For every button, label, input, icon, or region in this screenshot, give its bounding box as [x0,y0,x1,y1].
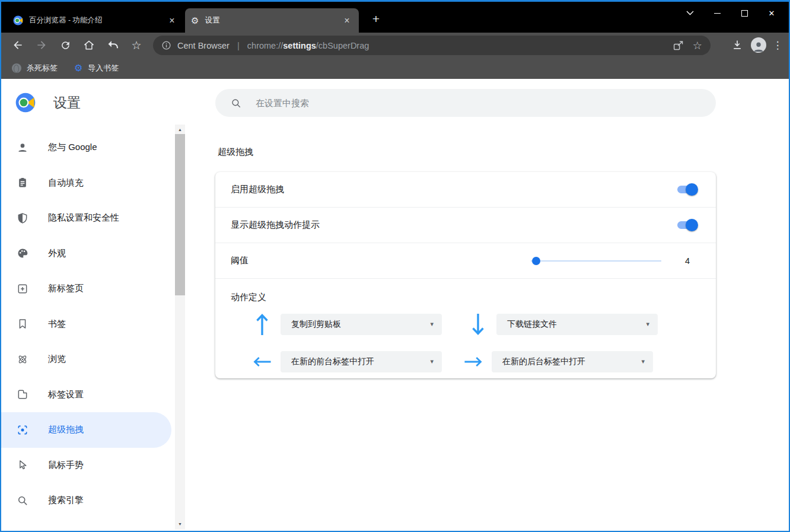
sidebar-item-appearance[interactable]: 外观 [1,236,175,272]
cursor-icon [17,459,28,471]
action-row-2: 在新的前台标签中打开 ▾ 在新的后台标签中打开 ▾ [215,343,716,380]
search-icon [17,495,28,506]
settings-title: 设置 [53,94,81,112]
search-input[interactable] [256,98,671,108]
reload-button[interactable] [53,35,77,55]
slider-thumb[interactable] [532,257,540,265]
address-bar[interactable]: Cent Browser | chrome://settings/cbSuper… [153,36,711,55]
chevron-down-icon: ▾ [430,358,434,365]
threshold-value: 4 [674,256,700,266]
tab-search-chevron-icon[interactable] [676,3,703,23]
toolbar-right: ⋮ [727,33,785,58]
drag-up-action-select[interactable]: 复制到剪贴板 ▾ [281,314,442,335]
chevron-down-icon: ▾ [641,358,645,365]
sidebar-scrollbar[interactable]: ▲ ▼ [175,125,185,530]
home-button[interactable] [77,35,101,55]
window-close-button[interactable]: ✕ [758,3,785,23]
url-scheme: chrome:// [247,41,283,50]
sidebar-item-mouse-gesture[interactable]: 鼠标手势 [1,448,175,483]
section-title: 超级拖拽 [218,146,253,158]
sidebar-item-tab-settings[interactable]: 标签设置 [1,377,175,413]
cent-browser-logo [15,93,36,113]
sidebar-item-search-engine[interactable]: 搜索引擎 [1,483,175,518]
cent-browser-favicon [13,15,23,26]
palette-icon [17,247,28,259]
drag-down-action-select[interactable]: 下载链接文件 ▾ [496,314,658,335]
drag-right-arrow-icon [463,349,483,375]
drag-right-action-select[interactable]: 在新的后台标签中打开 ▾ [492,351,653,372]
share-icon[interactable] [673,40,684,51]
threshold-slider[interactable] [531,256,661,266]
tab-home[interactable]: 百分浏览器 - 功能介绍 × [7,8,184,33]
autofill-icon [17,177,28,189]
scroll-down-icon[interactable]: ▼ [175,519,185,528]
sidebar-item-default-browser[interactable]: 默认浏览器 [1,518,175,531]
super-drag-card: 启用超级拖拽 显示超级拖拽动作提示 阈值 4 动作定义 [215,172,716,378]
toolbar: ☆ Cent Browser | chrome://settings/cbSup… [1,33,789,58]
sidebar-item-you-and-google[interactable]: 您与 Google [1,130,175,165]
bookmark-kill-tab[interactable]: 杀死标签 [12,63,58,74]
settings-main: 超级拖拽 启用超级拖拽 显示超级拖拽动作提示 阈值 4 动作定义 [185,79,789,531]
show-hint-row: 显示超级拖拽动作提示 [215,208,716,243]
sidebar-item-bookmarks[interactable]: 书签 [1,307,175,342]
shield-icon [17,212,28,224]
scrollbar-thumb[interactable] [175,134,185,295]
forward-button[interactable] [30,35,53,55]
sidebar-item-super-drag[interactable]: 超级拖拽 [1,412,171,448]
settings-search[interactable] [215,89,716,117]
sidebar-header: 设置 [1,79,81,126]
super-drag-icon [17,424,28,436]
bookmark-page-star-icon[interactable]: ☆ [693,39,702,52]
url-highlight: settings [283,41,316,50]
bookmark-star-button[interactable]: ☆ [125,35,148,55]
chevron-down-icon: ▾ [430,320,434,328]
tab-title: 百分浏览器 - 功能介绍 [29,15,166,26]
nav-buttons: ☆ [6,33,148,58]
drag-left-action-select[interactable]: 在新的前台标签中打开 ▾ [281,351,442,372]
settings-page: 设置 您与 Google 自动填充 隐私设置和安全性 外观 [1,79,789,531]
drag-up-arrow-icon [252,311,272,337]
sidebar-item-privacy-security[interactable]: 隐私设置和安全性 [1,200,175,236]
tab-bar: 百分浏览器 - 功能介绍 × ⚙ 设置 × + ✕ [1,2,789,33]
enable-super-drag-row: 启用超级拖拽 [215,172,716,208]
tab-settings[interactable]: ⚙ 设置 × [185,8,359,33]
action-row-1: 复制到剪贴板 ▾ 下载链接文件 ▾ [215,305,716,343]
sidebar-item-new-tab-page[interactable]: 新标签页 [1,271,175,307]
maximize-button[interactable] [731,3,758,23]
new-tab-button[interactable]: + [368,11,384,28]
browser-window: 百分浏览器 - 功能介绍 × ⚙ 设置 × + ✕ [0,0,790,532]
gear-icon: ⚙ [74,63,82,73]
settings-sidebar: 设置 您与 Google 自动填充 隐私设置和安全性 外观 [1,79,185,531]
sidebar-menu: 您与 Google 自动填充 隐私设置和安全性 外观 新标签页 [1,130,175,531]
page-info-icon[interactable] [161,40,171,50]
scroll-up-icon[interactable]: ▲ [175,125,185,134]
sidebar-item-autofill[interactable]: 自动填充 [1,165,175,201]
atom-icon [17,353,28,365]
default-browser-icon [17,530,28,531]
actions-title: 动作定义 [215,279,716,305]
minimize-button[interactable] [703,3,731,23]
enable-super-drag-toggle[interactable] [677,186,697,193]
url-path: /cbSuperDrag [316,41,369,50]
drag-left-arrow-icon [252,349,272,375]
browser-menu-icon[interactable]: ⋮ [770,39,785,52]
window-controls: ✕ [676,3,785,23]
sidebar-item-browsing[interactable]: 浏览 [1,342,175,377]
reopen-closed-tab-button[interactable] [101,35,125,55]
settings-gear-icon: ⚙ [191,16,199,25]
profile-avatar[interactable] [751,37,766,53]
tab-icon [17,388,28,400]
url-divider: | [237,40,240,50]
tab-close-icon[interactable]: × [341,15,353,27]
show-hint-toggle[interactable] [677,221,697,229]
new-tab-icon [17,283,28,295]
tab-title: 设置 [205,15,341,26]
drag-down-arrow-icon [468,311,488,337]
downloads-icon[interactable] [727,35,747,55]
bookmark-icon [17,318,28,330]
back-button[interactable] [6,35,30,55]
threshold-row: 阈值 4 [215,243,716,279]
tab-close-icon[interactable]: × [166,15,178,27]
search-icon [231,98,241,109]
bookmark-import[interactable]: ⚙ 导入书签 [74,63,119,74]
